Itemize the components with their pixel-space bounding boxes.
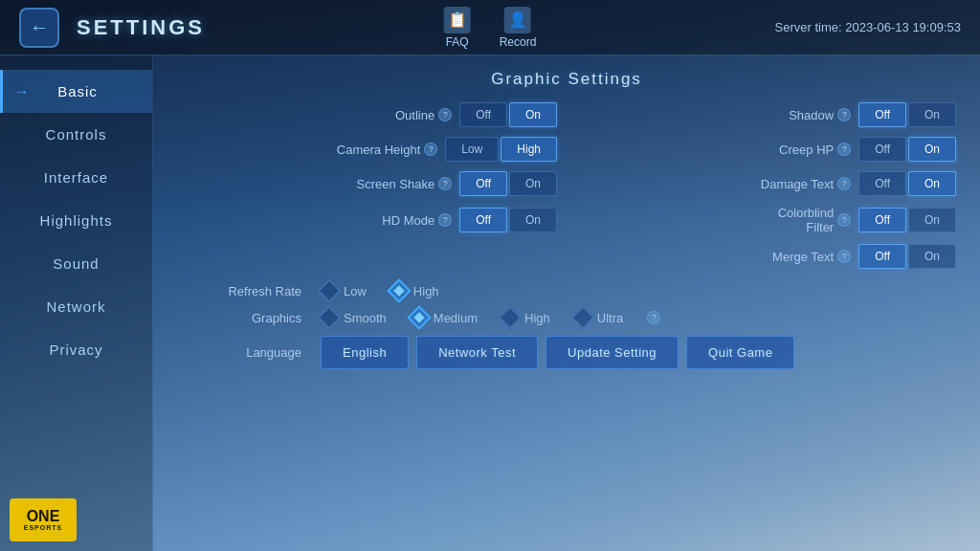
colorblind-off-btn[interactable]: Off: [858, 208, 906, 232]
graphics-high-option[interactable]: High: [501, 309, 550, 326]
sidebar-item-sound[interactable]: Sound: [0, 242, 152, 285]
bottom-bar: Language English Network Test Update Set…: [177, 336, 956, 369]
faq-icon: 📋: [444, 7, 471, 33]
creep-help-icon[interactable]: ?: [837, 143, 851, 156]
camera-height-label: Camera Height ?: [337, 143, 437, 157]
outline-row: Outline ? Off On: [177, 102, 557, 127]
outline-off-btn[interactable]: Off: [459, 102, 507, 127]
main-content: Graphic Settings Outline ? Off On Shadow…: [153, 55, 980, 551]
outline-help-icon[interactable]: ?: [438, 108, 452, 121]
hd-mode-label: HD Mode ?: [382, 213, 452, 228]
sidebar: Basic Controls Interface Highlights Soun…: [0, 55, 153, 551]
sidebar-item-highlights[interactable]: Highlights: [0, 199, 152, 242]
record-label: Record: [500, 35, 537, 49]
refresh-low-label: Low: [344, 284, 367, 298]
sidebar-item-interface[interactable]: Interface: [0, 156, 152, 199]
back-button[interactable]: ←: [19, 8, 59, 48]
sidebar-item-basic[interactable]: Basic: [0, 70, 152, 113]
shadow-on-btn[interactable]: On: [908, 102, 956, 127]
merge-text-toggle: Off On: [858, 244, 956, 269]
record-nav-item[interactable]: 👤 Record: [500, 7, 537, 49]
shadow-label: Shadow ?: [789, 108, 851, 122]
hd-on-btn[interactable]: On: [509, 208, 557, 232]
hd-mode-row: HD Mode ? Off On: [177, 206, 557, 234]
faq-label: FAQ: [446, 35, 469, 49]
english-button[interactable]: English: [321, 336, 409, 369]
graphics-high-diamond: [498, 305, 522, 329]
damage-off-btn[interactable]: Off: [858, 171, 906, 196]
graphics-ultra-label: Ultra: [597, 311, 623, 325]
one-esports-logo: ONE ESPORTS: [10, 498, 77, 541]
graphics-medium-option[interactable]: Medium: [411, 309, 478, 326]
damage-text-row: Damage Text ? Off On: [576, 171, 956, 196]
graphics-options: Smooth Medium High Ultra ?: [321, 309, 660, 326]
graphics-ultra-option[interactable]: Ultra: [574, 309, 623, 326]
graphics-medium-diamond: [407, 305, 431, 329]
refresh-rate-label: Refresh Rate: [196, 284, 301, 298]
graphics-high-label: High: [524, 311, 550, 325]
refresh-high-option[interactable]: High: [390, 282, 439, 299]
outline-label: Outline ?: [395, 108, 452, 122]
hd-off-btn[interactable]: Off: [459, 208, 507, 232]
camera-high-btn[interactable]: High: [501, 137, 557, 162]
graphics-smooth-option[interactable]: Smooth: [321, 309, 387, 326]
top-bar: ← SETTINGS 📋 FAQ 👤 Record Server time: 2…: [0, 0, 980, 55]
creep-hp-label: Creep HP ?: [779, 143, 851, 157]
outline-on-btn[interactable]: On: [509, 102, 557, 127]
graphics-smooth-diamond: [317, 305, 341, 329]
graphics-help-icon[interactable]: ?: [647, 311, 660, 324]
merge-text-row: Merge Text ? Off On: [576, 244, 956, 269]
refresh-low-option[interactable]: Low: [321, 282, 367, 299]
sidebar-item-network[interactable]: Network: [0, 285, 152, 328]
refresh-high-diamond: [387, 278, 411, 302]
shadow-help-icon[interactable]: ?: [837, 108, 851, 121]
shadow-off-btn[interactable]: Off: [858, 102, 906, 127]
creep-hp-row: Creep HP ? Off On: [576, 137, 956, 162]
quit-game-button[interactable]: Quit Game: [686, 336, 794, 369]
merge-off-btn[interactable]: Off: [858, 244, 906, 269]
colorblind-on-btn[interactable]: On: [908, 208, 956, 232]
creep-on-btn[interactable]: On: [908, 137, 956, 162]
settings-grid: Outline ? Off On Shadow ? Off On Camera …: [177, 102, 956, 269]
record-icon: 👤: [504, 7, 531, 33]
faq-nav-item[interactable]: 📋 FAQ: [444, 7, 471, 49]
language-label: Language: [196, 345, 301, 360]
screen-shake-help-icon[interactable]: ?: [438, 177, 452, 190]
camera-height-toggle: Low High: [445, 137, 557, 162]
sidebar-item-controls[interactable]: Controls: [0, 113, 152, 156]
camera-help-icon[interactable]: ?: [424, 143, 437, 156]
refresh-rate-options: Low High: [321, 282, 439, 299]
merge-help-icon[interactable]: ?: [837, 250, 851, 263]
update-setting-button[interactable]: Update Setting: [546, 336, 679, 369]
graphics-medium-label: Medium: [434, 311, 478, 325]
graphics-label: Graphics: [196, 311, 301, 325]
section-title: Graphic Settings: [177, 70, 956, 89]
top-nav: 📋 FAQ 👤 Record: [444, 7, 537, 49]
damage-help-icon[interactable]: ?: [837, 177, 851, 190]
screen-shake-off-btn[interactable]: Off: [459, 171, 507, 196]
damage-on-btn[interactable]: On: [908, 171, 956, 196]
colorblind-row: ColorblindFilter ? Off On: [576, 206, 956, 234]
hd-help-icon[interactable]: ?: [438, 213, 452, 227]
screen-shake-toggle: Off On: [459, 171, 557, 196]
merge-text-label: Merge Text ?: [772, 250, 851, 264]
outline-toggle: Off On: [459, 102, 557, 127]
network-test-button[interactable]: Network Test: [416, 336, 538, 369]
graphics-smooth-label: Smooth: [344, 311, 387, 325]
colorblind-label: ColorblindFilter ?: [778, 206, 852, 234]
sidebar-item-privacy[interactable]: Privacy: [0, 328, 152, 371]
merge-on-btn[interactable]: On: [908, 244, 956, 269]
shadow-toggle: Off On: [858, 102, 956, 127]
colorblind-help-icon[interactable]: ?: [837, 213, 851, 227]
graphics-ultra-diamond: [570, 305, 594, 329]
shadow-row: Shadow ? Off On: [576, 102, 956, 127]
refresh-rate-row: Refresh Rate Low High: [177, 282, 956, 299]
refresh-low-diamond: [317, 278, 341, 302]
creep-off-btn[interactable]: Off: [858, 137, 906, 162]
camera-low-btn[interactable]: Low: [445, 137, 499, 162]
screen-shake-on-btn[interactable]: On: [509, 171, 557, 196]
logo-esports-text: ESPORTS: [24, 524, 62, 531]
screen-shake-row: Screen Shake ? Off On: [177, 171, 557, 196]
screen-shake-label: Screen Shake ?: [357, 177, 453, 191]
server-time: Server time: 2023-06-13 19:09:53: [775, 20, 961, 34]
